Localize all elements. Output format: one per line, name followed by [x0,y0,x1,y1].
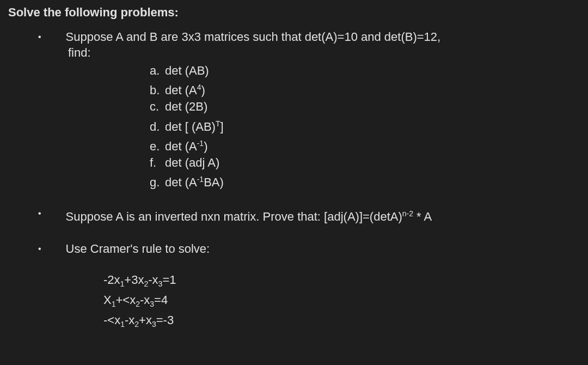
sub-text: det [ (AB)T] [165,120,224,133]
problem-1-intro: Suppose A and B are 3x3 matrices such th… [66,29,441,45]
sub-marker: d. [150,119,165,135]
find-label: find: [68,46,580,60]
sub-text: det (2B) [165,100,207,113]
bullet-icon: • [38,206,41,221]
heading: Solve the following problems: [8,5,580,20]
sub-text: det (A-1) [165,139,207,153]
sub-marker: f. [150,155,165,171]
list-item: f.det (adj A) [150,155,580,171]
equation-block: -2x1+3x2-x3=1 X1+<x2-x3=4 -<x1-x2+x3=-3 [103,272,580,333]
sub-text: det (A-1BA) [165,175,224,189]
problem-2: • Suppose A is an inverted nxn matrix. P… [38,206,580,224]
problem-2-text: Suppose A is an inverted nxn matrix. Pro… [66,206,432,224]
sub-text: det (adj A) [165,156,219,169]
sub-marker: a. [150,63,165,79]
list-item: a.det (AB) [150,63,580,79]
sub-text: det (AB) [165,64,209,77]
problem-1-sublist: a.det (AB) b.det (A4) c.det (2B) d.det [… [150,63,580,191]
problem-3-intro: Use Cramer's rule to solve: [66,241,210,257]
sub-marker: g. [150,174,165,191]
list-item: g.det (A-1BA) [150,171,580,191]
equation-line: -<x1-x2+x3=-3 [103,312,580,332]
bullet-icon: • [38,241,41,257]
problem-1: • Suppose A and B are 3x3 matrices such … [38,29,580,60]
sub-marker: b. [150,82,165,99]
equation-line: X1+<x2-x3=4 [103,292,580,312]
sub-marker: c. [150,99,165,115]
list-item: c.det (2B) [150,99,580,115]
list-item: e.det (A-1) [150,135,580,155]
problem-3: • Use Cramer's rule to solve: -2x1+3x2-x… [38,241,580,333]
list-item: d.det [ (AB)T] [150,115,580,135]
sub-text: det (A4) [165,83,205,97]
equation-line: -2x1+3x2-x3=1 [103,272,580,292]
sub-marker: e. [150,138,165,155]
list-item: b.det (A4) [150,79,580,99]
bullet-icon: • [38,29,41,45]
